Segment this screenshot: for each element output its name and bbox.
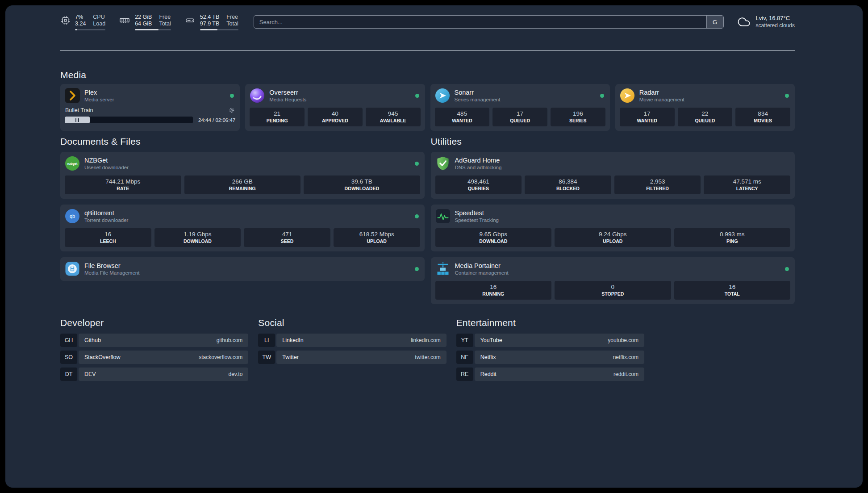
stat-value: 16	[66, 230, 150, 238]
disk-usage-fill	[200, 29, 218, 30]
service-name: Radarr	[639, 88, 780, 96]
stat-value: 47.571 ms	[705, 178, 789, 185]
section-title-documents: Documents & Files	[60, 136, 425, 147]
stat-rate: 744.21 Mbps RATE	[65, 175, 181, 194]
section-title-utilities: Utilities	[431, 136, 795, 147]
bookmark-github[interactable]: GH Github github.com	[60, 334, 248, 347]
stat-value: 17	[621, 110, 674, 117]
service-card-plex[interactable]: Plex Media server Bullet Train	[60, 84, 240, 131]
cpu-usage-bar	[75, 29, 105, 30]
sonarr-icon	[435, 88, 450, 103]
stat-label: QUERIES	[436, 186, 521, 192]
bookmark-group-social: Social LI LinkedIn linkedin.com TW Twitt…	[258, 318, 446, 381]
cpu-widget: 7% 3.24 CPU Load	[60, 14, 105, 30]
bookmark-url: twitter.com	[415, 354, 440, 360]
bookmark-name: Github	[84, 337, 101, 343]
bookmark-group-developer: Developer GH Github github.com SO StackO…	[60, 318, 248, 381]
service-card-nzbget[interactable]: nzbget NZBGet Usenet downloader 744.21 M…	[60, 152, 425, 199]
status-dot	[230, 94, 234, 98]
stat-label: PING	[675, 238, 790, 244]
dashboard-frame: 7% 3.24 CPU Load	[5, 5, 863, 488]
stat-download: 1.19 Gbps DOWNLOAD	[154, 228, 241, 247]
memory-usage-fill	[135, 29, 159, 30]
stat-ping: 0.993 ms PING	[674, 228, 791, 247]
service-card-radarr[interactable]: Radarr Movie management 17 WANTED 22 QUE…	[615, 84, 795, 131]
stat-label: QUEUED	[493, 118, 547, 124]
service-desc: Usenet downloader	[84, 164, 410, 171]
bookmark-netflix[interactable]: NF Netflix netflix.com	[456, 351, 644, 364]
bookmark-youtube[interactable]: YT YouTube youtube.com	[456, 334, 644, 347]
service-desc: Media Requests	[269, 96, 410, 103]
topbar-divider	[60, 50, 795, 51]
bookmark-url: github.com	[217, 337, 243, 343]
stat-wanted: 485 WANTED	[435, 108, 490, 126]
search-provider-button[interactable]: G	[706, 16, 723, 28]
bookmark-url: youtube.com	[608, 337, 638, 343]
overseerr-icon	[250, 88, 265, 103]
cpu-label: CPU	[93, 14, 105, 21]
search-bar: G	[254, 15, 724, 29]
stat-value: 485	[436, 110, 489, 117]
bookmark-dev[interactable]: DT DEV dev.to	[60, 368, 248, 381]
stat-label: REMAINING	[185, 186, 300, 192]
svg-text:qb: qb	[70, 213, 75, 219]
service-card-sonarr[interactable]: Sonarr Series management 485 WANTED 17 Q…	[430, 84, 610, 131]
stat-approved: 40 APPROVED	[308, 108, 363, 126]
service-desc: DNS and adblocking	[455, 164, 791, 171]
stat-movies: 834 MOVIES	[735, 108, 790, 126]
gear-icon[interactable]	[229, 107, 235, 113]
stat-queries: 498,461 QUERIES	[435, 175, 522, 194]
bookmark-url: linkedin.com	[411, 337, 441, 343]
bookmark-name: Netflix	[480, 354, 496, 360]
bookmark-abbr: YT	[456, 334, 473, 347]
stat-value: 471	[245, 230, 330, 238]
status-dot	[415, 162, 419, 166]
adguard-shield-icon	[435, 156, 451, 171]
bookmark-linkedin[interactable]: LI LinkedIn linkedin.com	[258, 334, 446, 347]
service-name: Sonarr	[455, 88, 596, 96]
service-card-qbittorrent[interactable]: qb qBittorrent Torrent downloader 16 LEE…	[60, 205, 425, 251]
service-desc: Container management	[455, 270, 781, 276]
memory-free-label: Free	[159, 14, 171, 21]
cpu-usage-fill	[75, 29, 77, 30]
service-name: Speedtest	[455, 209, 791, 217]
disk-free-label: Free	[226, 14, 238, 21]
nzbget-icon: nzbget	[65, 156, 80, 171]
service-card-portainer[interactable]: Media Portainer Container management 16 …	[431, 257, 795, 304]
stat-label: RATE	[66, 186, 180, 192]
bookmark-name: DEV	[84, 371, 96, 377]
topbar: 7% 3.24 CPU Load	[60, 12, 795, 32]
stat-stopped: 0 STOPPED	[555, 281, 671, 300]
service-card-adguard[interactable]: AdGuard Home DNS and adblocking 498,461 …	[431, 152, 795, 199]
pause-icon[interactable]	[75, 118, 79, 122]
stat-label: BLOCKED	[526, 186, 610, 192]
bookmark-url: netflix.com	[613, 354, 638, 360]
stat-latency: 47.571 ms LATENCY	[704, 175, 790, 194]
service-name: NZBGet	[84, 156, 410, 164]
service-card-speedtest[interactable]: Speedtest Speedtest Tracking 9.65 Gbps D…	[431, 205, 795, 251]
media-grid: Plex Media server Bullet Train	[60, 84, 795, 131]
stat-label: WANTED	[621, 118, 674, 124]
memory-total-label: Total	[159, 21, 171, 27]
search-input[interactable]	[254, 16, 706, 28]
bookmark-group-entertainment: Entertainment YT YouTube youtube.com NF …	[456, 318, 644, 381]
service-card-filebrowser[interactable]: File Browser Media File Management	[60, 257, 425, 281]
stat-value: 1.19 Gbps	[155, 230, 240, 238]
bookmark-name: YouTube	[480, 337, 502, 343]
bookmark-twitter[interactable]: TW Twitter twitter.com	[258, 351, 446, 364]
bookmark-stackoverflow[interactable]: SO StackOverflow stackoverflow.com	[60, 351, 248, 364]
bookmark-abbr: LI	[258, 334, 275, 347]
stat-label: PENDING	[250, 118, 304, 124]
service-card-overseerr[interactable]: Overseerr Media Requests 21 PENDING 40 A…	[245, 84, 425, 131]
stat-upload: 618.52 Mbps UPLOAD	[334, 228, 420, 247]
cpu-percent: 7%	[75, 14, 86, 21]
stat-value: 0.993 ms	[675, 230, 790, 238]
stat-value: 618.52 Mbps	[334, 230, 419, 238]
section-title-social: Social	[258, 318, 446, 328]
service-name: Overseerr	[269, 88, 410, 96]
playback-progress-bar[interactable]	[65, 117, 193, 123]
stat-pending: 21 PENDING	[250, 108, 305, 126]
bookmark-reddit[interactable]: RE Reddit reddit.com	[456, 368, 644, 381]
status-dot	[415, 214, 419, 218]
stat-value: 17	[493, 110, 547, 117]
